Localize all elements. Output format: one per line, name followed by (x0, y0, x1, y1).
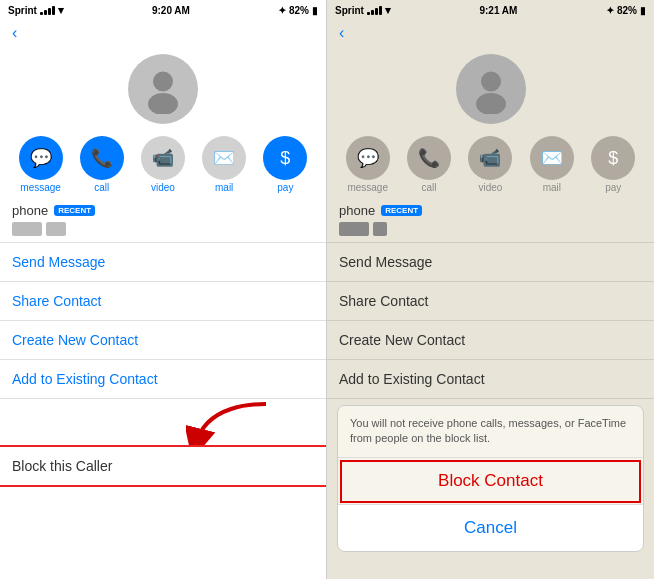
right-panel: Sprint ▾ 9:21 AM ✦ 82% ▮ ‹ � (327, 0, 654, 579)
action-video-right[interactable]: 📹 video (468, 136, 512, 193)
number-block-1 (12, 222, 42, 236)
mail-label-right: mail (543, 182, 561, 193)
block-contact-button[interactable]: Block Contact (338, 458, 643, 505)
signal-bars-left (40, 6, 55, 15)
battery-right: 82% (617, 5, 637, 16)
video-label-left: video (151, 182, 175, 193)
battery-icon-left: ▮ (312, 5, 318, 16)
bar3 (48, 8, 51, 15)
rnumber-block-1 (339, 222, 369, 236)
avatar-icon-right (466, 64, 516, 114)
battery-icon-right: ▮ (640, 5, 646, 16)
left-panel: Sprint ▾ 9:20 AM ✦ 82% ▮ ‹ � (0, 0, 327, 579)
status-bar-left: Sprint ▾ 9:20 AM ✦ 82% ▮ (0, 0, 326, 20)
wifi-icon-left: ▾ (58, 4, 64, 17)
avatar-icon-left (138, 64, 188, 114)
rbar1 (367, 12, 370, 15)
svg-point-1 (148, 93, 178, 114)
menu-add-existing-right[interactable]: Add to Existing Contact (327, 360, 654, 399)
pay-icon-right: $ (591, 136, 635, 180)
menu-add-existing-left[interactable]: Add to Existing Contact (0, 360, 326, 399)
warning-text: You will not receive phone calls, messag… (338, 406, 643, 458)
message-icon-right: 💬 (346, 136, 390, 180)
battery-left: 82% (289, 5, 309, 16)
signal-bars-right (367, 6, 382, 15)
bluetooth-icon-right: ✦ (606, 5, 614, 16)
message-label-right: message (347, 182, 388, 193)
action-call-right[interactable]: 📞 call (407, 136, 451, 193)
menu-list-left: Send Message Share Contact Create New Co… (0, 242, 326, 399)
avatar-section-left (0, 46, 326, 130)
video-label-right: video (479, 182, 503, 193)
block-dialog: You will not receive phone calls, messag… (327, 405, 654, 552)
bar1 (40, 12, 43, 15)
rbar4 (379, 6, 382, 15)
video-icon-right: 📹 (468, 136, 512, 180)
action-buttons-left: 💬 message 📞 call 📹 video ✉️ mail $ pay (0, 130, 326, 197)
carrier-left: Sprint (8, 5, 37, 16)
action-buttons-right: 💬 message 📞 call 📹 video ✉️ mail $ pay (327, 130, 654, 197)
action-video-left[interactable]: 📹 video (141, 136, 185, 193)
phone-number-left (0, 222, 326, 242)
dialog-box: You will not receive phone calls, messag… (337, 405, 644, 552)
number-block-2 (46, 222, 66, 236)
call-icon-right: 📞 (407, 136, 451, 180)
time-right: 9:21 AM (479, 5, 517, 16)
menu-share-contact-right[interactable]: Share Contact (327, 282, 654, 321)
action-message-left[interactable]: 💬 message (19, 136, 63, 193)
recent-badge-right: RECENT (381, 205, 422, 216)
svg-point-4 (476, 93, 506, 114)
mail-icon-left: ✉️ (202, 136, 246, 180)
avatar-section-right (327, 46, 654, 130)
action-call-left[interactable]: 📞 call (80, 136, 124, 193)
cancel-button[interactable]: Cancel (338, 505, 643, 551)
back-button-left[interactable]: ‹ (0, 20, 326, 46)
menu-share-contact-left[interactable]: Share Contact (0, 282, 326, 321)
carrier-right: Sprint (335, 5, 364, 16)
menu-send-message-right[interactable]: Send Message (327, 243, 654, 282)
avatar-left (128, 54, 198, 124)
menu-create-contact-right[interactable]: Create New Contact (327, 321, 654, 360)
phone-row-right: phone RECENT (327, 197, 654, 222)
phone-label-right: phone (339, 203, 375, 218)
time-left: 9:20 AM (152, 5, 190, 16)
action-mail-right[interactable]: ✉️ mail (530, 136, 574, 193)
message-icon-left: 💬 (19, 136, 63, 180)
menu-list-right: Send Message Share Contact Create New Co… (327, 242, 654, 399)
action-pay-left[interactable]: $ pay (263, 136, 307, 193)
mail-icon-right: ✉️ (530, 136, 574, 180)
menu-create-contact-left[interactable]: Create New Contact (0, 321, 326, 360)
svg-point-0 (153, 72, 173, 92)
mail-label-left: mail (215, 182, 233, 193)
avatar-right (456, 54, 526, 124)
call-label-left: call (94, 182, 109, 193)
bluetooth-icon-left: ✦ (278, 5, 286, 16)
svg-point-3 (481, 72, 501, 92)
call-label-right: call (422, 182, 437, 193)
rbar3 (375, 8, 378, 15)
arrow-area (0, 399, 326, 439)
pay-label-left: pay (277, 182, 293, 193)
menu-send-message-left[interactable]: Send Message (0, 243, 326, 282)
wifi-icon-right: ▾ (385, 4, 391, 17)
bar2 (44, 10, 47, 15)
pay-icon-left: $ (263, 136, 307, 180)
back-button-right[interactable]: ‹ (327, 20, 654, 46)
block-caller-item[interactable]: Block this Caller (0, 445, 326, 487)
rnumber-block-2 (373, 222, 387, 236)
call-icon-left: 📞 (80, 136, 124, 180)
phone-row-left: phone RECENT (0, 197, 326, 222)
action-mail-left[interactable]: ✉️ mail (202, 136, 246, 193)
rbar2 (371, 10, 374, 15)
bar4 (52, 6, 55, 15)
phone-label-left: phone (12, 203, 48, 218)
status-bar-right: Sprint ▾ 9:21 AM ✦ 82% ▮ (327, 0, 654, 20)
action-pay-right[interactable]: $ pay (591, 136, 635, 193)
action-message-right[interactable]: 💬 message (346, 136, 390, 193)
message-label-left: message (20, 182, 61, 193)
phone-number-right (327, 222, 654, 242)
recent-badge-left: RECENT (54, 205, 95, 216)
video-icon-left: 📹 (141, 136, 185, 180)
pay-label-right: pay (605, 182, 621, 193)
